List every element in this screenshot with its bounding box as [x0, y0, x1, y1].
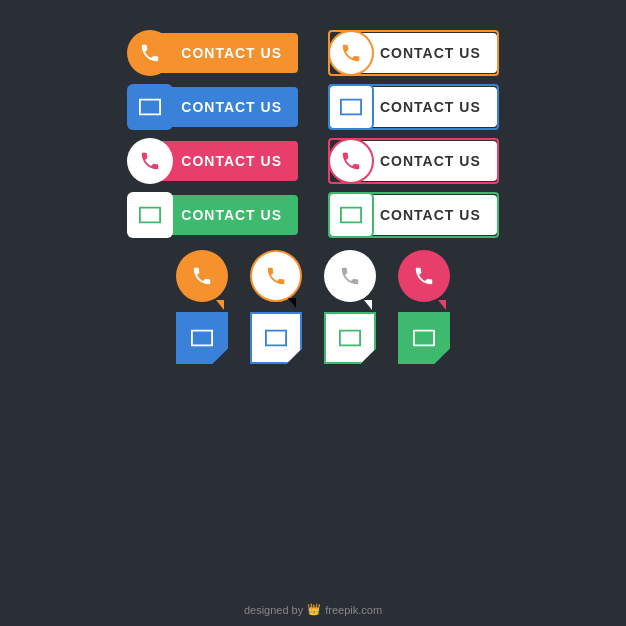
btn-label-pink-outline: CONTACT US — [360, 141, 497, 181]
speech-bubble-orange-solid[interactable] — [176, 250, 228, 302]
row-speech-icons — [20, 250, 606, 302]
btn-label-pink-solid: CONTACT US — [161, 141, 298, 181]
btn-orange-phone-solid[interactable]: CONTACT US — [127, 30, 298, 76]
phone-icon-circle-orange-outline — [328, 30, 374, 76]
btn-label-green-solid: CONTACT US — [161, 195, 298, 235]
phone-icon-sb1 — [191, 265, 213, 287]
btn-blue-mail-solid[interactable]: CONTACT US — [127, 84, 298, 130]
sq-green-solid[interactable] — [398, 312, 450, 364]
sq-blue-solid[interactable] — [176, 312, 228, 364]
mail-icon-circle-blue — [127, 84, 173, 130]
btn-orange-phone-outline[interactable]: CONTACT US — [328, 30, 499, 76]
btn-green-mail-solid[interactable]: CONTACT US — [127, 192, 298, 238]
mail-icon-circle-blue-outline — [328, 84, 374, 130]
sq-blue-outline[interactable] — [250, 312, 302, 364]
btn-label-blue-outline: CONTACT US — [360, 87, 497, 127]
speech-bubble-white[interactable] — [324, 250, 376, 302]
phone-icon-pink — [139, 150, 161, 172]
mail-icon-circle-green-outline — [328, 192, 374, 238]
row-blue-mail: CONTACT US CONTACT US — [20, 84, 606, 130]
phone-icon-outline — [340, 42, 362, 64]
btn-label-blue-solid: CONTACT US — [161, 87, 298, 127]
phone-icon-sb4 — [413, 265, 435, 287]
mail-icon-green-outline — [340, 206, 362, 224]
phone-icon — [139, 42, 161, 64]
phone-icon-sb2 — [265, 265, 287, 287]
phone-icon-circle-pink — [127, 138, 173, 184]
footer-text: designed by — [244, 604, 303, 616]
footer: designed by 👑 freepik.com — [244, 603, 382, 616]
main-container: CONTACT US CONTACT US CONTACT US — [0, 0, 626, 626]
mail-icon-outline — [340, 98, 362, 116]
speech-bubble-pink[interactable] — [398, 250, 450, 302]
row-orange-phone: CONTACT US CONTACT US — [20, 30, 606, 76]
row-square-icons — [20, 312, 606, 364]
mail-icon-circle-green — [127, 192, 173, 238]
mail-icon-green — [139, 206, 161, 224]
footer-brand: freepik.com — [325, 604, 382, 616]
btn-blue-mail-outline[interactable]: CONTACT US — [328, 84, 499, 130]
btn-green-mail-outline[interactable]: CONTACT US — [328, 192, 499, 238]
mail-icon — [139, 98, 161, 116]
mail-icon-sq1 — [191, 329, 213, 347]
phone-icon-circle-orange — [127, 30, 173, 76]
speech-bubble-orange-outline[interactable] — [250, 250, 302, 302]
phone-icon-pink-outline — [340, 150, 362, 172]
mail-icon-sq2 — [265, 329, 287, 347]
btn-pink-phone-outline[interactable]: CONTACT US — [328, 138, 499, 184]
phone-icon-circle-pink-outline — [328, 138, 374, 184]
btn-pink-phone-solid[interactable]: CONTACT US — [127, 138, 298, 184]
row-pink-phone: CONTACT US CONTACT US — [20, 138, 606, 184]
phone-icon-sb3 — [339, 265, 361, 287]
btn-label-green-outline: CONTACT US — [360, 195, 497, 235]
mail-icon-sq4 — [413, 329, 435, 347]
footer-icon: 👑 — [307, 603, 321, 616]
sq-green-outline[interactable] — [324, 312, 376, 364]
btn-label-orange-solid: CONTACT US — [161, 33, 298, 73]
mail-icon-sq3 — [339, 329, 361, 347]
row-green-mail: CONTACT US CONTACT US — [20, 192, 606, 238]
btn-label-orange-outline: CONTACT US — [360, 33, 497, 73]
